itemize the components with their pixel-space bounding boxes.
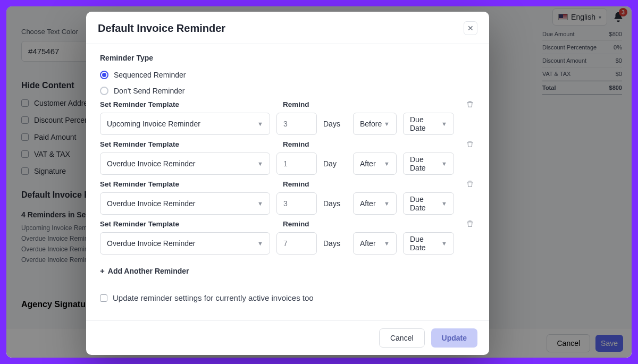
chevron-down-icon: ▼ [257, 160, 263, 167]
reference-select[interactable]: Due Date▼ [403, 153, 454, 175]
radio-sequenced[interactable]: Sequenced Reminder [100, 71, 475, 79]
select-value: Due Date [410, 115, 441, 132]
trash-icon [466, 139, 474, 149]
chevron-down-icon: ▼ [257, 200, 263, 207]
radio-label: Sequenced Reminder [114, 71, 186, 79]
select-value: Overdue Invoice Reminder [107, 159, 196, 168]
close-icon: ✕ [467, 24, 474, 32]
remind-value-input[interactable] [276, 192, 317, 215]
days-unit-label: Days [323, 199, 347, 208]
trash-icon [466, 219, 474, 228]
set-template-label: Set Reminder Template [100, 140, 281, 148]
chevron-down-icon: ▼ [384, 200, 390, 207]
trash-icon [466, 179, 474, 189]
select-value: After [360, 239, 376, 248]
days-unit-label: Days [323, 239, 347, 248]
plus-icon: + [100, 266, 105, 275]
select-value: Due Date [410, 195, 441, 212]
chevron-down-icon: ▼ [384, 121, 390, 127]
remind-label: Remind [283, 180, 309, 188]
radio-icon [100, 71, 108, 79]
modal-title: Default Invoice Reminder [98, 22, 225, 35]
chevron-down-icon: ▼ [257, 240, 263, 247]
add-another-label: Add Another Reminder [108, 267, 189, 275]
delete-reminder-button[interactable] [466, 179, 474, 189]
when-select[interactable]: After▼ [353, 153, 397, 175]
cancel-button[interactable]: Cancel [379, 328, 425, 348]
modal-footer: Cancel Update [86, 320, 489, 355]
chevron-down-icon: ▼ [384, 240, 390, 247]
days-unit-label: Day [323, 159, 347, 168]
reference-select[interactable]: Due Date▼ [403, 113, 454, 135]
set-template-label: Set Reminder Template [100, 180, 281, 188]
set-template-label: Set Reminder Template [100, 100, 281, 108]
reference-select[interactable]: Due Date▼ [403, 232, 454, 255]
select-value: Before [360, 120, 382, 128]
remind-label: Remind [283, 140, 309, 148]
remind-label: Remind [283, 100, 309, 108]
remind-value-input[interactable] [276, 153, 317, 175]
set-template-label: Set Reminder Template [100, 220, 281, 228]
chevron-down-icon: ▼ [441, 240, 447, 247]
apply-to-active-checkbox[interactable]: Update reminder settings for currently a… [100, 293, 475, 302]
chevron-down-icon: ▼ [441, 200, 447, 207]
delete-reminder-button[interactable] [466, 99, 474, 109]
checkbox-icon [100, 294, 107, 302]
remind-value-input[interactable] [276, 232, 317, 255]
trash-icon [466, 99, 474, 109]
close-button[interactable]: ✕ [464, 21, 477, 35]
default-invoice-reminder-modal: Default Invoice Reminder ✕ Reminder Type… [86, 12, 489, 355]
radio-icon [100, 87, 108, 95]
reminder-row-3: Set Reminder Template Remind Overdue Inv… [100, 180, 475, 215]
reminder-row-1: Set Reminder Template Remind Upcoming In… [100, 100, 475, 135]
select-value: Due Date [410, 235, 441, 252]
radio-label: Don't Send Reminder [114, 87, 184, 95]
add-another-reminder-button[interactable]: + Add Another Reminder [100, 266, 475, 275]
template-select[interactable]: Overdue Invoice Reminder▼ [100, 232, 270, 255]
chevron-down-icon: ▼ [441, 121, 447, 127]
when-select[interactable]: Before▼ [353, 113, 397, 135]
select-value: After [360, 199, 376, 208]
delete-reminder-button[interactable] [466, 219, 474, 228]
when-select[interactable]: After▼ [353, 192, 397, 215]
template-select[interactable]: Overdue Invoice Reminder▼ [100, 153, 270, 175]
chevron-down-icon: ▼ [257, 121, 263, 127]
reminder-row-2: Set Reminder Template Remind Overdue Inv… [100, 140, 475, 175]
remind-value-input[interactable] [276, 113, 317, 135]
remind-label: Remind [283, 220, 309, 228]
chevron-down-icon: ▼ [441, 160, 447, 167]
select-value: After [360, 159, 376, 168]
chevron-down-icon: ▼ [384, 160, 390, 167]
template-select[interactable]: Upcoming Invoice Reminder▼ [100, 113, 270, 135]
days-unit-label: Days [323, 120, 347, 128]
select-value: Overdue Invoice Reminder [107, 199, 196, 208]
update-button[interactable]: Update [431, 328, 477, 348]
reminder-row-4: Set Reminder Template Remind Overdue Inv… [100, 220, 475, 255]
modal-header: Default Invoice Reminder ✕ [86, 12, 489, 44]
radio-dont-send[interactable]: Don't Send Reminder [100, 87, 475, 95]
when-select[interactable]: After▼ [353, 232, 397, 255]
select-value: Due Date [410, 155, 441, 172]
reminder-type-label: Reminder Type [100, 54, 475, 62]
reference-select[interactable]: Due Date▼ [403, 192, 454, 215]
template-select[interactable]: Overdue Invoice Reminder▼ [100, 192, 270, 215]
select-value: Upcoming Invoice Reminder [107, 120, 200, 128]
select-value: Overdue Invoice Reminder [107, 239, 196, 248]
apply-to-active-label: Update reminder settings for currently a… [113, 293, 314, 302]
delete-reminder-button[interactable] [466, 139, 474, 149]
modal-body[interactable]: Reminder Type Sequenced Reminder Don't S… [86, 44, 489, 320]
